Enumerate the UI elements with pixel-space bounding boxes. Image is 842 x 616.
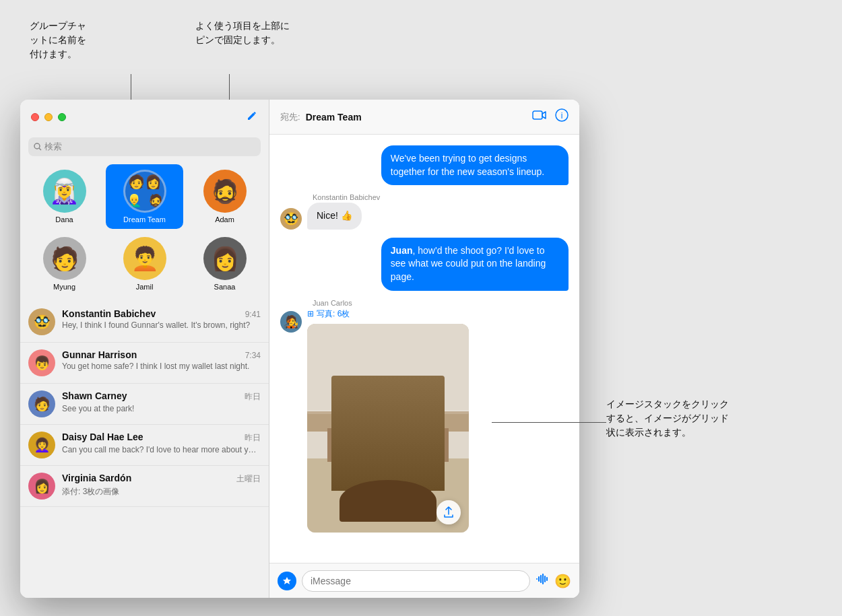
share-button[interactable] [436,500,461,524]
svg-point-12 [364,472,432,492]
svg-rect-2 [533,111,542,119]
conv-item-konstantin[interactable]: 🥸 Konstantin Babichev 9:41 Hey, I think … [20,302,269,343]
photo-message-row: 🧑‍🎤 ⊞ 写真: 6枚 [280,308,569,533]
sanaa-label: Sanaa [214,283,236,291]
daisy-time: 昨日 [245,432,261,444]
compose-button[interactable] [246,110,258,125]
svg-rect-14 [371,425,425,469]
virginia-preview: 添付: 3枚の画像 [62,486,261,498]
conv-item-gunnar[interactable]: 👦 Gunnar Harrison 7:34 You get home safe… [20,343,269,384]
svg-rect-13 [364,465,432,485]
sanaa-avatar: 👩 [203,237,247,280]
input-area: 🙂 [269,563,579,598]
shawn-time: 昨日 [245,391,261,403]
titlebar [20,100,269,135]
dana-avatar: 🧝‍♀️ [43,170,86,213]
konstantin-time: 9:41 [245,310,261,319]
jamil-avatar: 🧑‍🦱 [123,237,166,280]
audio-waveform-icon[interactable] [536,574,549,588]
message-group-photo: Juan Carlos 🧑‍🎤 ⊞ 写真: 6枚 [280,299,569,533]
messages-area: We've been trying to get designs togethe… [269,135,579,563]
svg-rect-15 [371,481,381,516]
search-icon [34,143,42,151]
callout-line-3 [492,422,606,423]
message-row-2: 🥸 Nice! 👍 [280,203,569,230]
konstantin-msg-avatar: 🥸 [280,208,302,230]
callout-line-1 [131,74,131,100]
dana-label: Dana [55,215,73,224]
message-sender-2: Konstantin Babichev [313,193,569,201]
adam-avatar: 🧔 [203,170,247,213]
chat-recipient-name: Dream Team [306,112,524,123]
gunnar-preview: You get home safe? I think I lost my wal… [62,362,261,371]
chat-header: 宛先: Dream Team i [269,100,579,135]
message-input[interactable] [302,570,530,592]
virginia-content: Virginia Sardón 土曜日 添付: 3枚の画像 [62,473,261,498]
shawn-avatar: 🧑 [28,390,55,417]
konstantin-preview: Hey, I think I found Gunnar's wallet. It… [62,320,261,330]
gunnar-content: Gunnar Harrison 7:34 You get home safe? … [62,349,261,371]
app-window: 検索 🧝‍♀️ Dana 🧑 👩 👱‍♂️ 🧔 Dream Team [20,100,579,598]
juan-sender-label: Juan Carlos [313,299,569,307]
share-icon [443,506,454,518]
daisy-content: Daisy Dal Hae Lee 昨日 Can you call me bac… [62,432,261,454]
shawn-content: Shawn Carney 昨日 See you at the park! [62,390,261,413]
message-bubble-2: Nice! 👍 [307,203,362,230]
daisy-name: Daisy Dal Hae Lee [62,432,143,442]
callout-line-2 [229,74,230,100]
message-bubble-3: Juan, how'd the shoot go? I'd love to se… [381,238,569,291]
message-bubble-1: We've been trying to get designs togethe… [381,145,569,185]
dream-team-avatar: 🧑 👩 👱‍♂️ 🧔 [123,170,166,213]
dream-team-label: Dream Team [123,215,166,224]
pinned-item-myung[interactable]: 🧑 Myung [26,232,103,296]
jamil-label: Jamil [136,283,154,291]
pinned-item-dream-team[interactable]: 🧑 👩 👱‍♂️ 🧔 Dream Team [106,164,183,229]
shawn-preview: See you at the park! [62,404,261,413]
konstantin-avatar: 🥸 [28,308,55,335]
svg-text:i: i [561,111,563,121]
message-row-3: Juan, how'd the shoot go? I'd love to se… [280,238,569,291]
svg-rect-10 [327,428,337,462]
daisy-preview: Can you call me back? I'd love to hear m… [62,445,261,454]
info-icon[interactable]: i [555,108,569,125]
callout-group-name: グループチャ ットに名前を 付けます。 [30,19,86,61]
pinned-grid: 🧝‍♀️ Dana 🧑 👩 👱‍♂️ 🧔 Dream Team 🧔 [20,162,269,302]
pinned-item-jamil[interactable]: 🧑‍🦱 Jamil [106,232,183,296]
app-store-icon [282,576,292,586]
facetime-icon[interactable] [532,110,547,124]
conv-item-shawn[interactable]: 🧑 Shawn Carney 昨日 See you at the park! [20,384,269,425]
photo-stack[interactable] [307,324,469,533]
adam-label: Adam [215,215,234,224]
search-bar[interactable]: 検索 [28,137,261,156]
message-group-2: Konstantin Babichev 🥸 Nice! 👍 [280,193,569,230]
shawn-name: Shawn Carney [62,390,127,401]
maximize-button[interactable] [58,113,66,121]
gunnar-time: 7:34 [245,351,261,360]
virginia-time: 土曜日 [236,473,261,485]
photo-count: ⊞ 写真: 6枚 [307,308,469,320]
gunnar-name: Gunnar Harrison [62,349,137,360]
chat-area: 宛先: Dream Team i We've been trying to [269,100,579,598]
conv-item-virginia[interactable]: 👩 Virginia Sardón 土曜日 添付: 3枚の画像 [20,466,269,507]
message-row-1: We've been trying to get designs togethe… [280,145,569,185]
pinned-item-sanaa[interactable]: 👩 Sanaa [186,232,263,296]
sidebar: 検索 🧝‍♀️ Dana 🧑 👩 👱‍♂️ 🧔 Dream Team [20,100,269,598]
myung-avatar: 🧑 [43,237,86,280]
conv-item-daisy[interactable]: 👩‍🦱 Daisy Dal Hae Lee 昨日 Can you call me… [20,425,269,466]
photo-content: ⊞ 写真: 6枚 [307,308,469,533]
to-label: 宛先: [280,111,300,123]
virginia-avatar: 👩 [28,473,55,500]
conversation-list: 🥸 Konstantin Babichev 9:41 Hey, I think … [20,302,269,598]
callout-image-stack: イメージスタックをクリック すると、イメージがグリッド 状に表示されます。 [606,397,729,440]
pinned-item-adam[interactable]: 🧔 Adam [186,164,263,229]
emoji-button[interactable]: 🙂 [554,573,571,589]
minimize-button[interactable] [44,113,53,121]
callout-pin: よく使う項目を上部に ピンで固定します。 [195,19,290,47]
pinned-item-dana[interactable]: 🧝‍♀️ Dana [26,164,103,229]
close-button[interactable] [31,113,39,121]
app-store-button[interactable] [278,572,296,590]
svg-rect-17 [307,410,469,414]
search-placeholder: 検索 [44,141,62,153]
virginia-name: Virginia Sardón [62,473,131,483]
daisy-avatar: 👩‍🦱 [28,432,55,458]
